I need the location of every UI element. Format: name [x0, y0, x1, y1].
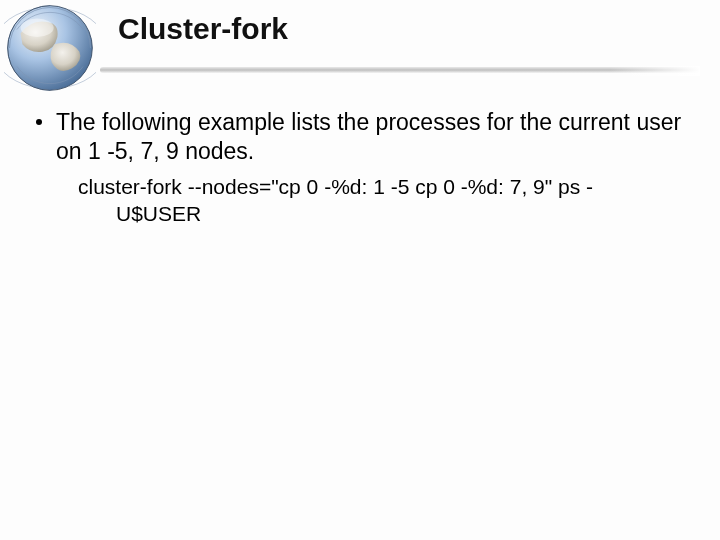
code-example: cluster-fork --nodes="cp 0 -%d: 1 -5 cp …: [78, 173, 684, 228]
code-line-2: U$USER: [78, 200, 684, 227]
svg-rect-4: [100, 66, 700, 76]
slide-body: The following example lists the processe…: [36, 108, 684, 227]
title-divider: [100, 62, 700, 72]
globe-icon: [4, 2, 96, 94]
slide-title: Cluster-fork: [118, 12, 288, 46]
bullet-item: The following example lists the processe…: [36, 108, 684, 167]
bullet-text: The following example lists the processe…: [56, 108, 684, 167]
slide: Cluster-fork The fol: [0, 0, 720, 540]
svg-point-1: [21, 19, 54, 37]
bullet-dot-icon: [36, 119, 42, 125]
code-line-1: cluster-fork --nodes="cp 0 -%d: 1 -5 cp …: [78, 175, 593, 198]
